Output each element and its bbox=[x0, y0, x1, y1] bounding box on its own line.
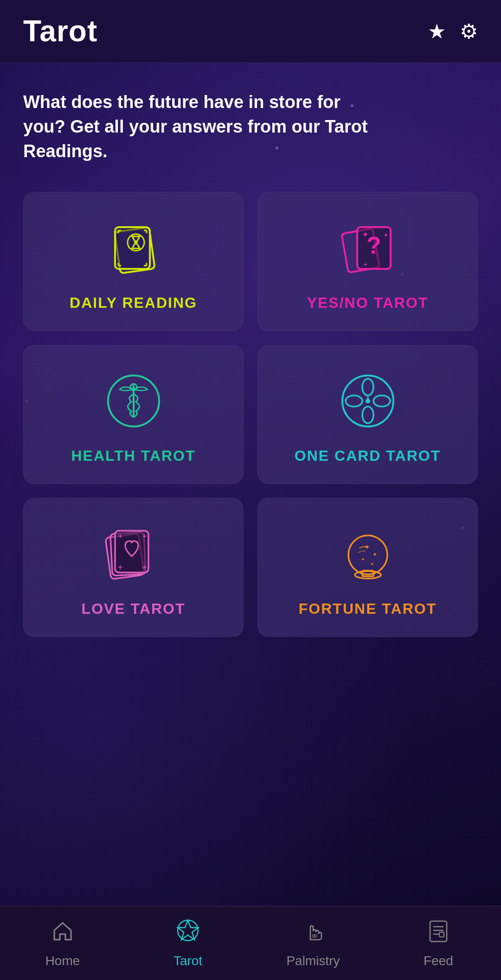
love-tarot-label: LOVE TAROT bbox=[82, 600, 186, 617]
app-title: Tarot bbox=[23, 14, 97, 48]
svg-text:✦: ✦ bbox=[373, 551, 377, 558]
health-tarot-label: HEALTH TAROT bbox=[71, 447, 195, 465]
nav-item-palmistry[interactable]: Palmistry bbox=[250, 906, 376, 980]
fortune-tarot-card[interactable]: ✦ ✦ ✦ ✦ FORTUNE TAROT bbox=[257, 498, 478, 637]
subtitle-text: What does the future have in store for y… bbox=[23, 90, 371, 164]
nav-feed-label: Feed bbox=[424, 954, 453, 968]
svg-text:✦: ✦ bbox=[370, 561, 374, 566]
app-header: Tarot ★ ⚙ bbox=[0, 0, 501, 62]
nav-tarot-label: Tarot bbox=[173, 954, 202, 968]
svg-point-15 bbox=[362, 379, 373, 395]
favorites-icon[interactable]: ★ bbox=[428, 19, 446, 43]
svg-point-16 bbox=[362, 407, 373, 423]
settings-icon[interactable]: ⚙ bbox=[460, 19, 478, 43]
fortune-tarot-icon: ✦ ✦ ✦ ✦ bbox=[335, 522, 400, 586]
onecard-tarot-label: ONE CARD TAROT bbox=[295, 447, 441, 465]
home-icon bbox=[51, 918, 75, 948]
love-tarot-icon: + + + + bbox=[101, 522, 166, 586]
onecard-tarot-icon bbox=[335, 369, 400, 433]
health-tarot-card[interactable]: HEALTH TAROT bbox=[23, 345, 244, 484]
daily-reading-card[interactable]: DAILY READING bbox=[23, 192, 244, 331]
svg-text:✦: ✦ bbox=[363, 261, 368, 268]
svg-text:+: + bbox=[118, 532, 123, 541]
svg-text:+: + bbox=[142, 532, 147, 541]
yesno-tarot-icon: ? ✦ ✦ ✦ bbox=[335, 216, 400, 280]
nav-item-tarot[interactable]: Tarot bbox=[125, 906, 250, 980]
svg-point-18 bbox=[373, 395, 390, 407]
svg-text:✦: ✦ bbox=[364, 543, 370, 551]
svg-point-17 bbox=[346, 395, 362, 407]
nav-home-label: Home bbox=[45, 954, 80, 968]
svg-point-37 bbox=[314, 935, 315, 936]
svg-text:+: + bbox=[142, 563, 147, 572]
main-content: What does the future have in store for y… bbox=[0, 62, 501, 906]
header-actions: ★ ⚙ bbox=[428, 19, 478, 43]
tarot-nav-icon bbox=[176, 918, 200, 948]
nav-palmistry-label: Palmistry bbox=[286, 954, 340, 968]
nav-item-home[interactable]: Home bbox=[0, 906, 125, 980]
fortune-tarot-label: FORTUNE TAROT bbox=[299, 600, 437, 617]
svg-text:✦: ✦ bbox=[362, 230, 369, 239]
svg-rect-42 bbox=[439, 932, 444, 937]
svg-text:✦: ✦ bbox=[383, 231, 389, 239]
feed-icon bbox=[426, 918, 450, 948]
palmistry-icon bbox=[301, 918, 325, 948]
love-tarot-card[interactable]: + + + + LOVE TAROT bbox=[23, 498, 244, 637]
nav-item-feed[interactable]: Feed bbox=[376, 906, 501, 980]
svg-text:✦: ✦ bbox=[361, 557, 365, 562]
daily-reading-label: DAILY READING bbox=[70, 294, 197, 312]
bottom-navigation: Home Tarot Palmistry bbox=[0, 906, 501, 980]
yesno-tarot-card[interactable]: ? ✦ ✦ ✦ YES/NO TAROT bbox=[257, 192, 478, 331]
cards-grid: DAILY READING ? ✦ ✦ ✦ YES/NO TAROT bbox=[23, 192, 478, 637]
daily-reading-icon bbox=[101, 216, 166, 280]
onecard-tarot-card[interactable]: ONE CARD TAROT bbox=[257, 345, 478, 484]
svg-rect-38 bbox=[430, 921, 447, 942]
svg-point-29 bbox=[348, 535, 387, 574]
svg-text:+: + bbox=[118, 563, 123, 572]
health-tarot-icon bbox=[101, 369, 166, 433]
yesno-tarot-label: YES/NO TAROT bbox=[307, 294, 429, 312]
